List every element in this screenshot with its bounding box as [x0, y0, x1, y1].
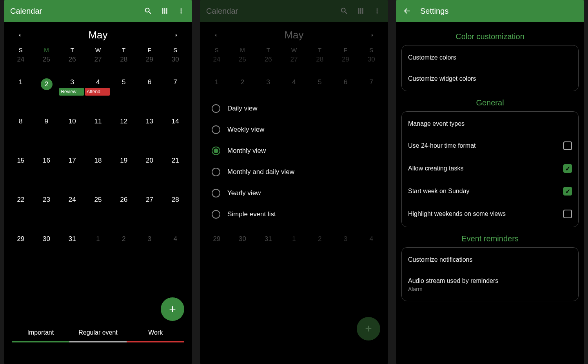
day-cell[interactable]: 3 — [137, 233, 163, 272]
day-cell[interactable]: 29 — [204, 233, 230, 272]
day-number: 29 — [17, 235, 24, 243]
month-title[interactable]: May — [88, 29, 107, 41]
filter-tab[interactable]: Work — [127, 325, 184, 342]
day-cell[interactable]: 27 — [281, 53, 307, 76]
day-cell[interactable]: 5 — [111, 76, 137, 115]
day-cell[interactable]: 8 — [8, 115, 34, 154]
day-cell[interactable]: 2 — [307, 233, 333, 272]
settings-body[interactable]: Color customization Customize colors Cus… — [396, 22, 584, 313]
checkbox-icon[interactable] — [563, 141, 572, 150]
day-cell[interactable]: 29 — [333, 53, 359, 76]
checkbox-icon[interactable] — [563, 164, 572, 173]
day-cell[interactable]: 29 — [8, 233, 34, 272]
day-cell[interactable]: 24 — [204, 53, 230, 76]
day-cell[interactable]: 28 — [307, 53, 333, 76]
week-row: 123Review4Attend567 — [4, 76, 192, 115]
day-cell[interactable]: 30 — [34, 233, 60, 272]
day-cell[interactable]: 21 — [162, 154, 188, 194]
day-number: 30 — [368, 56, 375, 63]
checkbox-icon[interactable] — [563, 210, 572, 218]
day-cell[interactable]: 28 — [111, 53, 137, 76]
weekday-label: W — [281, 44, 307, 53]
day-cell[interactable]: 25 — [85, 194, 111, 233]
day-cell[interactable]: 12 — [111, 115, 137, 154]
view-option[interactable]: Yearly view — [212, 183, 376, 204]
day-cell[interactable]: 18 — [85, 154, 111, 194]
day-cell[interactable]: 27 — [137, 194, 163, 233]
weekday-label: S — [8, 44, 34, 53]
prev-month-button[interactable] — [16, 31, 24, 39]
day-cell[interactable]: 16 — [34, 154, 60, 194]
setting-row[interactable]: Manage event types — [402, 113, 578, 134]
setting-row[interactable]: Use 24-hour time format — [402, 134, 578, 157]
setting-label: Customize widget colors — [408, 75, 476, 82]
view-option[interactable]: Daily view — [212, 98, 376, 119]
day-cell[interactable]: 2 — [34, 76, 60, 115]
day-cell[interactable]: 9 — [34, 115, 60, 154]
day-cell[interactable]: 3 — [333, 233, 359, 272]
day-cell[interactable]: 30 — [230, 233, 256, 272]
setting-customize-widget-colors[interactable]: Customize widget colors — [402, 68, 578, 89]
view-option[interactable]: Simple event list — [212, 204, 376, 225]
day-cell[interactable]: 7 — [162, 76, 188, 115]
setting-row[interactable]: Customize notifications — [402, 249, 578, 270]
checkbox-icon[interactable] — [563, 187, 572, 196]
day-cell[interactable]: 4 — [162, 233, 188, 272]
day-cell[interactable]: 17 — [59, 154, 85, 194]
day-cell[interactable]: 26 — [59, 53, 85, 76]
day-cell[interactable]: 15 — [8, 154, 34, 194]
day-cell[interactable]: 4 — [358, 233, 384, 272]
day-cell[interactable]: 19 — [111, 154, 137, 194]
calendar-month-panel: Calendar May SMTWTFS 24252627282930123Re… — [4, 0, 192, 364]
filter-tab[interactable]: Important — [12, 325, 69, 342]
add-event-fab[interactable]: + — [161, 297, 184, 321]
day-cell[interactable]: 26 — [255, 53, 281, 76]
day-cell[interactable]: 28 — [162, 194, 188, 233]
setting-customize-colors[interactable]: Customize colors — [402, 47, 578, 68]
day-cell[interactable]: 20 — [137, 154, 163, 194]
day-cell[interactable]: 25 — [34, 53, 60, 76]
day-number: 6 — [148, 78, 151, 86]
day-cell[interactable]: 2 — [111, 233, 137, 272]
view-option[interactable]: Weekly view — [212, 119, 376, 140]
event-chip-review[interactable]: Review — [59, 88, 83, 96]
more-icon[interactable] — [176, 6, 186, 16]
setting-label: Highlight weekends on some views — [408, 210, 506, 217]
day-cell[interactable]: 31 — [59, 233, 85, 272]
day-cell[interactable]: 22 — [8, 194, 34, 233]
filter-tab[interactable]: Regular event — [69, 325, 127, 342]
setting-row[interactable]: Audio stream used by remindersAlarm — [402, 270, 578, 299]
day-cell[interactable]: 31 — [255, 233, 281, 272]
day-cell[interactable]: 26 — [111, 194, 137, 233]
day-cell[interactable]: 24 — [59, 194, 85, 233]
setting-row[interactable]: Start week on Sunday — [402, 180, 578, 203]
search-icon[interactable] — [143, 6, 153, 16]
next-month-button[interactable] — [172, 31, 180, 39]
back-button[interactable] — [402, 6, 412, 16]
setting-row[interactable]: Allow creating tasks — [402, 157, 578, 180]
day-cell[interactable]: 30 — [162, 53, 188, 76]
day-cell[interactable]: 1 — [8, 76, 34, 115]
day-cell[interactable]: 29 — [137, 53, 163, 76]
view-option[interactable]: Monthly and daily view — [212, 161, 376, 183]
day-cell[interactable]: 1 — [85, 233, 111, 272]
view-option[interactable]: Monthly view — [212, 140, 376, 161]
day-cell[interactable]: 23 — [34, 194, 60, 233]
day-cell[interactable]: 30 — [358, 53, 384, 76]
day-cell[interactable]: 1 — [281, 233, 307, 272]
appbar-title: Settings — [420, 7, 578, 16]
day-cell[interactable]: 3Review — [59, 76, 85, 115]
view-grid-icon[interactable] — [160, 6, 169, 16]
setting-row[interactable]: Highlight weekends on some views — [402, 203, 578, 225]
event-chip-attend[interactable]: Attend — [85, 88, 109, 96]
weekday-label: S — [162, 44, 188, 53]
day-cell[interactable]: 4Attend — [85, 76, 111, 115]
day-cell[interactable]: 10 — [59, 115, 85, 154]
day-cell[interactable]: 24 — [8, 53, 34, 76]
day-cell[interactable]: 13 — [137, 115, 163, 154]
day-cell[interactable]: 14 — [162, 115, 188, 154]
day-cell[interactable]: 27 — [85, 53, 111, 76]
day-cell[interactable]: 25 — [230, 53, 256, 76]
day-cell[interactable]: 6 — [137, 76, 163, 115]
day-cell[interactable]: 11 — [85, 115, 111, 154]
